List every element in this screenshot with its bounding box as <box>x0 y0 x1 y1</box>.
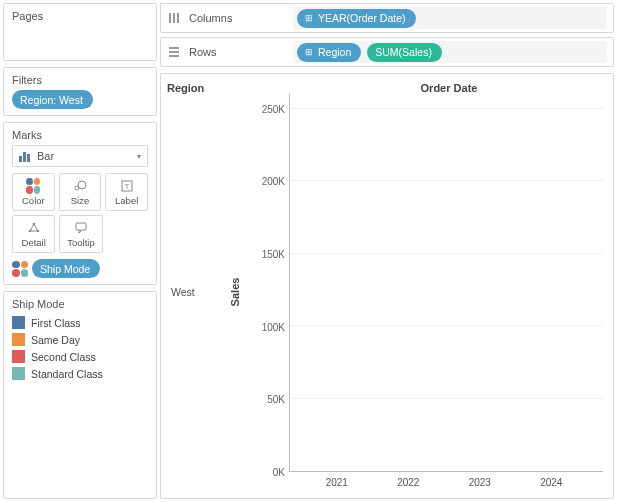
viz-region-header: Region <box>167 82 295 94</box>
marks-size-button[interactable]: Size <box>59 173 102 211</box>
svg-rect-10 <box>177 13 179 23</box>
legend-swatch <box>12 316 25 329</box>
gridline <box>290 398 603 399</box>
viz-plot[interactable] <box>289 94 603 472</box>
columns-pill-label: YEAR(Order Date) <box>318 12 406 24</box>
svg-rect-8 <box>169 13 171 23</box>
marks-tooltip-label: Tooltip <box>67 237 94 248</box>
marks-detail-label: Detail <box>22 237 46 248</box>
svg-rect-12 <box>169 51 179 53</box>
detail-icon <box>27 221 41 235</box>
marks-card: Marks Bar ▾ Color <box>3 122 157 285</box>
marks-color-pill-label: Ship Mode <box>40 263 90 275</box>
viz-area: Region Order Date West Sales 0K50K100K15… <box>160 73 614 499</box>
xtick-label: 2024 <box>525 477 577 488</box>
viz-xticks: 2021202220232024 <box>295 477 593 488</box>
legend-label: Same Day <box>31 334 80 346</box>
bar-icon <box>19 150 31 162</box>
svg-rect-11 <box>169 47 179 49</box>
marks-detail-button[interactable]: Detail <box>12 215 55 253</box>
rows-pill-sales-label: SUM(Sales) <box>375 46 432 58</box>
legend-item[interactable]: First Class <box>12 314 148 331</box>
color-icon <box>26 179 40 193</box>
marks-size-label: Size <box>71 195 89 206</box>
legend-swatch <box>12 333 25 346</box>
xtick-label: 2021 <box>311 477 363 488</box>
ytick-label: 0K <box>273 467 285 478</box>
legend-card: Ship Mode First ClassSame DaySecond Clas… <box>3 291 157 499</box>
viz-yticks: 0K50K100K150K200K250K <box>243 94 289 472</box>
legend-swatch <box>12 350 25 363</box>
legend-label: Standard Class <box>31 368 103 380</box>
gridline <box>290 108 603 109</box>
color-icon <box>12 261 28 277</box>
viz-yaxis-title: Sales <box>227 94 243 490</box>
filter-pill-region[interactable]: Region: West <box>12 90 93 109</box>
legend-title: Ship Mode <box>12 298 148 310</box>
ytick-label: 200K <box>262 176 285 187</box>
filter-pill-label: Region: West <box>20 94 83 106</box>
filters-card[interactable]: Filters Region: West <box>3 67 157 116</box>
legend-label: Second Class <box>31 351 96 363</box>
marks-label-button[interactable]: T Label <box>105 173 148 211</box>
gridline <box>290 180 603 181</box>
chevron-down-icon: ▾ <box>137 152 141 161</box>
svg-text:T: T <box>124 182 129 191</box>
svg-rect-7 <box>76 223 86 230</box>
svg-rect-13 <box>169 55 179 57</box>
rows-shelf[interactable]: Rows Region SUM(Sales) <box>160 37 614 67</box>
svg-point-1 <box>78 181 86 189</box>
gridline <box>290 253 603 254</box>
tooltip-icon <box>74 221 88 235</box>
legend-item[interactable]: Same Day <box>12 331 148 348</box>
marks-type-label: Bar <box>37 150 54 162</box>
legend-item[interactable]: Second Class <box>12 348 148 365</box>
ytick-label: 150K <box>262 248 285 259</box>
columns-pill-year[interactable]: YEAR(Order Date) <box>297 9 416 28</box>
marks-tooltip-button[interactable]: Tooltip <box>59 215 102 253</box>
ytick-label: 100K <box>262 321 285 332</box>
pages-title: Pages <box>12 10 148 22</box>
svg-rect-9 <box>173 13 175 23</box>
label-icon: T <box>120 179 134 193</box>
rows-pill-sales[interactable]: SUM(Sales) <box>367 43 442 62</box>
viz-orderdate-header: Order Date <box>295 82 603 94</box>
legend-label: First Class <box>31 317 81 329</box>
gridline <box>290 325 603 326</box>
marks-type-dropdown[interactable]: Bar ▾ <box>12 145 148 167</box>
ytick-label: 50K <box>267 394 285 405</box>
size-icon <box>73 179 87 193</box>
legend-swatch <box>12 367 25 380</box>
legend-item[interactable]: Standard Class <box>12 365 148 382</box>
xtick-label: 2022 <box>382 477 434 488</box>
marks-color-button[interactable]: Color <box>12 173 55 211</box>
marks-color-label: Color <box>22 195 45 206</box>
marks-label-label: Label <box>115 195 138 206</box>
columns-icon <box>167 11 181 25</box>
pages-card[interactable]: Pages <box>3 3 157 61</box>
marks-title: Marks <box>12 129 148 141</box>
viz-region-value: West <box>167 94 227 490</box>
rows-icon <box>167 45 181 59</box>
columns-label: Columns <box>189 12 232 24</box>
rows-pill-region[interactable]: Region <box>297 43 361 62</box>
ytick-label: 250K <box>262 103 285 114</box>
marks-color-pill[interactable]: Ship Mode <box>32 259 100 278</box>
marks-color-assignment-row[interactable]: Ship Mode <box>12 259 148 278</box>
xtick-label: 2023 <box>454 477 506 488</box>
rows-label: Rows <box>189 46 217 58</box>
rows-pill-region-label: Region <box>318 46 351 58</box>
columns-shelf[interactable]: Columns YEAR(Order Date) <box>160 3 614 33</box>
filters-title: Filters <box>12 74 148 86</box>
